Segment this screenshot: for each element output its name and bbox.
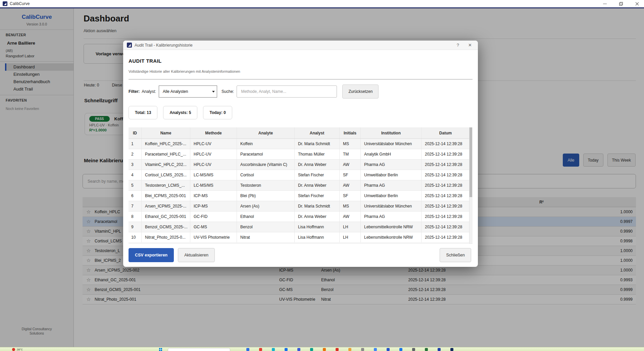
divider <box>129 79 473 79</box>
audit-trail-heading: AUDIT TRAIL <box>129 58 473 64</box>
dialog-titlebar: Audit Trail - Kalibrierungshistorie ? ✕ <box>123 41 478 50</box>
taskbar-app-icon[interactable] <box>272 348 275 351</box>
taskbar-app-icon[interactable] <box>399 348 402 351</box>
audit-analyte: Koffein <box>237 139 295 149</box>
audit-name: VitaminC_HPLC_202... <box>142 160 190 170</box>
header-institution: Institution <box>361 127 422 138</box>
audit-id: 2 <box>129 149 142 159</box>
taskbar-search-box[interactable] <box>168 348 230 351</box>
audit-trail-subtitle: Vollständige Historie aller Kalibrierung… <box>129 69 473 73</box>
audit-trail-dialog: Audit Trail - Kalibrierungshistorie ? ✕ … <box>123 41 478 267</box>
audit-method: UV-VIS Photometrie <box>190 232 237 242</box>
taskbar-app-icon[interactable] <box>438 348 441 351</box>
app-logo-icon <box>3 1 7 6</box>
weather-temperature: 28°C <box>17 348 23 351</box>
header-method: Methode <box>190 127 237 138</box>
audit-row[interactable]: 9 Benzol_GCMS_2025-... GC-MS Benzol Lisa… <box>129 222 473 232</box>
audit-row[interactable]: 2 Paracetamol_HPLC_... HPLC-UV Paracetam… <box>129 149 473 160</box>
stat-chip-label: Analysts: 5 <box>169 110 191 115</box>
audit-row[interactable]: 5 Testosteron_LCMS_... LC-MS/MS Testoste… <box>129 180 473 191</box>
audit-date: 2025-12-14 12:39:28 <box>422 222 469 232</box>
stat-chip-label: Today: 0 <box>209 110 226 115</box>
table-scrollbar-thumb[interactable] <box>469 127 472 197</box>
audit-date: 2025-12-14 12:39:28 <box>422 149 469 159</box>
audit-analyst: Dr. Maria Schmidt <box>295 201 340 211</box>
audit-row[interactable]: 10 Nitrat_Photo_2025-0... UV-VIS Photome… <box>129 232 473 243</box>
audit-row[interactable]: 1 Koffein_HPLC_2025-... HPLC-UV Koffein … <box>129 139 473 149</box>
audit-id: 3 <box>129 160 142 170</box>
audit-id: 10 <box>129 232 142 242</box>
audit-id: 5 <box>129 180 142 190</box>
audit-name: Arsen_ICPMS_2025-... <box>142 201 190 211</box>
audit-name: Paracetamol_HPLC_... <box>142 149 190 159</box>
taskbar-app-icon[interactable] <box>348 348 351 351</box>
audit-row[interactable]: 4 Cortisol_LCMS_2025... LC-MS/MS Cortiso… <box>129 170 473 180</box>
audit-row[interactable]: 6 Blei_ICPMS_2025-001 ICP-MS Blei (Pb) S… <box>129 191 473 201</box>
audit-analyte: Benzol <box>237 222 295 232</box>
audit-row[interactable]: 3 VitaminC_HPLC_202... HPLC-UV Ascorbins… <box>129 160 473 170</box>
refresh-button[interactable]: Aktualisieren <box>178 248 215 262</box>
taskbar-app-icon[interactable] <box>310 348 313 351</box>
audit-analyst: Stefan Fischer <box>295 170 340 180</box>
header-date: Datum <box>422 127 469 138</box>
audit-name: Koffein_HPLC_2025-... <box>142 139 190 149</box>
maximize-button[interactable] <box>618 1 623 6</box>
audit-institution: Universitätslabor München <box>361 201 422 211</box>
dialog-close-icon[interactable]: ✕ <box>468 43 472 48</box>
audit-row[interactable]: 8 Ethanol_GC_2025-001 GC-FID Ethanol Dr.… <box>129 212 473 222</box>
taskbar-app-icon[interactable] <box>374 348 377 351</box>
stats-chips: Total: 13 Analysts: 5 Today: 0 <box>129 106 473 119</box>
audit-analyte: Nitrat <box>237 232 295 242</box>
close-dialog-label: Schließen <box>446 253 465 257</box>
search-label: Suche: <box>221 89 234 94</box>
audit-initials: AW <box>340 212 361 222</box>
audit-analyst: Dr. Anna Weber <box>295 180 340 190</box>
audit-table: ID Name Methode Analyte Analyst Initials… <box>129 127 473 244</box>
audit-search-input[interactable] <box>237 85 337 98</box>
dialog-footer: CSV exportieren Aktualisieren Schließen <box>129 248 473 262</box>
audit-table-body: 1 Koffein_HPLC_2025-... HPLC-UV Koffein … <box>129 139 473 243</box>
taskbar-app-icon[interactable] <box>425 348 428 351</box>
audit-initials: SF <box>340 191 361 201</box>
export-csv-button[interactable]: CSV exportieren <box>129 248 174 262</box>
taskbar-app-icon[interactable] <box>259 348 262 351</box>
audit-id: 8 <box>129 212 142 222</box>
audit-method: GC-MS <box>190 222 237 232</box>
minimize-button[interactable] <box>602 1 607 6</box>
window-titlebar: CalibCurve <box>0 0 644 7</box>
header-analyte: Analyte <box>237 127 295 138</box>
taskbar-app-icon[interactable] <box>336 348 339 351</box>
table-scrollbar[interactable] <box>469 127 473 243</box>
dialog-logo-icon <box>127 43 132 48</box>
audit-method: ICP-MS <box>190 191 237 201</box>
close-dialog-button[interactable]: Schließen <box>440 248 471 262</box>
audit-name: Testosteron_LCMS_... <box>142 180 190 190</box>
chevron-down-icon <box>210 91 217 93</box>
audit-method: GC-FID <box>190 212 237 222</box>
dialog-title: Audit Trail - Kalibrierungshistorie <box>135 43 193 48</box>
taskbar-app-icon[interactable] <box>297 348 300 351</box>
audit-institution: Pharma AG <box>361 212 422 222</box>
taskbar-app-icon[interactable] <box>246 348 249 351</box>
audit-institution: Universitätslabor München <box>361 139 422 149</box>
audit-name: Benzol_GCMS_2025-... <box>142 222 190 232</box>
taskbar-app-icon[interactable] <box>285 348 288 351</box>
screen: CalibCurve CalibCurve Version 3.0.0 BENU… <box>0 0 644 351</box>
taskbar-app-icon[interactable] <box>412 348 415 351</box>
taskbar-app-icon[interactable] <box>387 348 390 351</box>
reset-button[interactable]: Zurücksetzen <box>342 84 379 99</box>
dialog-help-button[interactable]: ? <box>457 43 459 48</box>
audit-analyst: Lisa Hoffmann <box>295 222 340 232</box>
analyst-select[interactable]: Alle Analysten <box>159 85 217 98</box>
start-button-icon[interactable] <box>159 348 162 351</box>
taskbar-app-icon[interactable] <box>450 348 453 351</box>
close-button[interactable] <box>635 1 639 6</box>
window-title: CalibCurve <box>10 1 30 6</box>
audit-row[interactable]: 7 Arsen_ICPMS_2025-... ICP-MS Arsen (As)… <box>129 201 473 212</box>
audit-initials: MS <box>340 201 361 211</box>
taskbar: 28°C <box>0 347 644 351</box>
taskbar-app-icon[interactable] <box>361 348 364 351</box>
audit-institution: Pharma AG <box>361 160 422 170</box>
taskbar-app-icon[interactable] <box>323 348 326 351</box>
audit-method: HPLC-UV <box>190 160 237 170</box>
